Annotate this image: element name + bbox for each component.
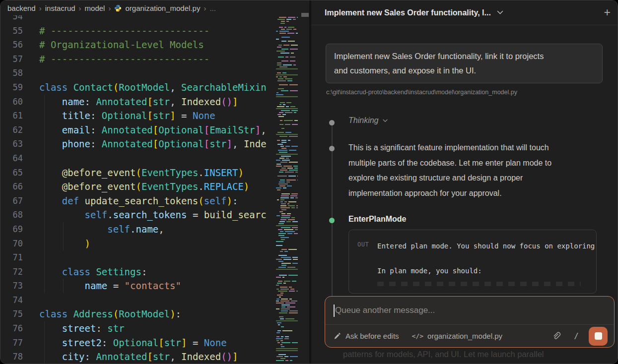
user-message-card: Implement new Sales Order functionality,… [326, 44, 603, 83]
step-bullet [329, 146, 335, 151]
assistant-line: implementation approach for your approva… [348, 186, 551, 201]
chevron-down-icon [383, 119, 388, 122]
code-lines: 5455# ----------------------------56# Or… [0, 9, 275, 364]
code-line: 77 street2: Optional[str] = None [0, 336, 275, 350]
line-number: 59 [0, 80, 23, 95]
background-streaming-text: patterns for models, API, and UI. Let me… [343, 350, 544, 359]
breadcrumb-separator: › [39, 4, 42, 12]
chevron-down-icon[interactable] [497, 10, 503, 15]
breadcrumb-separator: › [79, 4, 81, 12]
stop-button[interactable] [589, 327, 608, 346]
breadcrumb-separator: › [108, 4, 111, 12]
breadcrumb-item-instacrud[interactable]: instacrud [45, 4, 75, 12]
code-line: 58 [0, 66, 275, 80]
line-number: 55 [0, 24, 23, 38]
app-window: 5455# ----------------------------56# Or… [0, 0, 618, 364]
line-number: 76 [0, 321, 23, 336]
code-line: 69 self.name, [0, 222, 275, 237]
text-caret [334, 304, 335, 317]
chat-panel: Implement new Sales Order functionality,… [311, 0, 618, 364]
input-toolbar: Ask before edits </> organization_model.… [325, 325, 614, 347]
line-number: 60 [0, 95, 23, 109]
code-line: 67 def update_search_tokens(self): [0, 194, 275, 208]
line-number: 58 [0, 66, 23, 80]
line-number: 74 [0, 293, 23, 307]
breadcrumb-item-model[interactable]: model [85, 4, 105, 12]
new-chat-button[interactable]: + [604, 7, 611, 18]
breadcrumb-item-more[interactable]: ... [209, 4, 216, 12]
tool-output-line: Entered plan mode. You should now focus … [377, 240, 596, 252]
tool-output-line: In plan mode, you should: [377, 265, 482, 277]
line-number: 73 [0, 279, 23, 293]
line-number: 69 [0, 222, 23, 237]
line-number: 65 [0, 166, 23, 180]
message-input-box[interactable]: Queue another message... Ask before edit… [325, 296, 615, 348]
code-line: 56# Organizational-Level Models [0, 38, 275, 52]
tool-call-name: EnterPlanMode [348, 215, 406, 224]
line-number: 70 [0, 237, 23, 251]
tool-output-label: OUT [357, 241, 369, 248]
line-number: 57 [0, 52, 23, 66]
code-line: 70 ) [0, 237, 275, 251]
minimap[interactable] [275, 15, 301, 364]
line-number: 66 [0, 180, 23, 194]
input-placeholder: Queue another message... [335, 305, 435, 315]
tool-output-faded-line [377, 282, 581, 286]
breadcrumb[interactable]: backend › instacrud › model › organizati… [0, 0, 309, 15]
code-line: 65 @before_event(EventTypes.INSERT) [0, 166, 275, 180]
code-line: 57# ---------------------------- [0, 52, 275, 66]
code-line: 74 [0, 293, 275, 307]
assistant-line: This is a significant feature implementa… [348, 140, 551, 156]
line-number: 61 [0, 109, 23, 123]
code-text-area[interactable]: 5455# ----------------------------56# Or… [0, 0, 275, 364]
paperclip-icon[interactable] [552, 332, 561, 341]
python-file-icon [114, 4, 122, 12]
line-number: 68 [0, 208, 23, 222]
assistant-line: explore the existing structure and desig… [348, 171, 551, 186]
code-line: 60 name: Annotated[str, Indexed()] [0, 95, 275, 109]
breadcrumb-separator: › [204, 4, 206, 12]
edit-mode-dropdown[interactable]: Ask before edits [345, 332, 399, 340]
code-line: 64 [0, 151, 275, 166]
code-line: 72 class Settings: [0, 265, 275, 279]
code-line: 63 phone: Annotated[Optional[str], Inde [0, 137, 275, 151]
tool-output-box: OUT Entered plan mode. You should now fo… [348, 230, 597, 294]
breadcrumb-item-file[interactable]: organization_model.py [125, 4, 200, 12]
line-number: 78 [0, 350, 23, 364]
line-number: 64 [0, 151, 23, 166]
assistant-line: multiple parts of the codebase. Let me e… [348, 156, 551, 171]
line-number: 71 [0, 250, 23, 265]
line-number: 77 [0, 336, 23, 350]
stop-icon [595, 332, 602, 340]
editor-scrollbar-thumb[interactable] [301, 13, 309, 17]
code-line: 59class Contact(RootModel, SearchableMix… [0, 80, 275, 95]
step-bullet [329, 120, 335, 125]
code-editor-pane[interactable]: 5455# ----------------------------56# Or… [0, 0, 309, 364]
message-input[interactable]: Queue another message... [325, 297, 614, 324]
code-line: 68 self.search_tokens = build_searc [0, 208, 275, 222]
code-line: 75class Address(RootModel): [0, 307, 275, 321]
code-line: 73 name = "contacts" [0, 279, 275, 293]
thinking-toggle[interactable]: Thinking [348, 116, 388, 125]
chat-header: Implement new Sales Order functionality,… [311, 0, 618, 25]
breadcrumb-item-backend[interactable]: backend [7, 4, 36, 12]
line-number: 56 [0, 38, 23, 52]
code-line: 66 @before_event(EventTypes.REPLACE) [0, 180, 275, 194]
tool-step-bullet [329, 218, 335, 223]
line-number: 75 [0, 307, 23, 321]
code-line: 62 email: Annotated[Optional[EmailStr], [0, 123, 275, 137]
code-line: 76 street: str [0, 321, 275, 336]
line-number: 72 [0, 265, 23, 279]
context-file-chip[interactable]: organization_model.py [427, 332, 502, 340]
context-file-path: c:\git\instacrud-proto\backend\instacrud… [326, 89, 517, 96]
line-number: 67 [0, 194, 23, 208]
pencil-icon [334, 332, 341, 340]
line-number: 62 [0, 123, 23, 137]
user-message-line: Implement new Sales Order functionality,… [334, 49, 594, 63]
assistant-message: This is a significant feature implementa… [348, 140, 551, 201]
thinking-label: Thinking [348, 116, 378, 125]
chat-title[interactable]: Implement new Sales Order functionality,… [325, 8, 491, 17]
slash-command-button[interactable]: / [574, 331, 579, 341]
code-line: 61 title: Optional[str] = None [0, 109, 275, 123]
code-icon: </> [412, 332, 423, 340]
